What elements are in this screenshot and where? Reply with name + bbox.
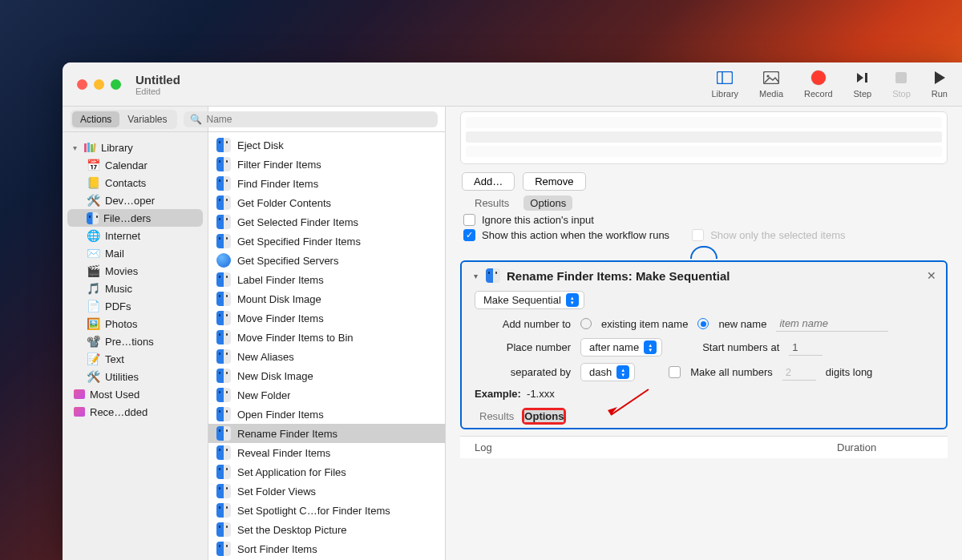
- automator-window: Untitled Edited Library Media Record: [63, 62, 962, 560]
- action-row[interactable]: Set Spotlight C…for Finder Items: [208, 501, 445, 520]
- start-numbers-input[interactable]: [789, 340, 823, 356]
- presentations-icon: 📽️: [87, 336, 100, 347]
- action-row[interactable]: New Disk Image: [208, 366, 445, 385]
- show-when-runs-label: Show this action when the workflow runs: [482, 229, 669, 241]
- action-row[interactable]: Get Specified Finder Items: [208, 232, 445, 251]
- action-row[interactable]: Get Specified Servers: [208, 251, 445, 270]
- action-label: Get Specified Finder Items: [237, 236, 361, 248]
- sidebar-item[interactable]: 📒Contacts: [63, 174, 208, 191]
- place-number-popup[interactable]: after name ▲▼: [580, 338, 662, 357]
- remove-button[interactable]: Remove: [523, 172, 585, 191]
- sidebar-item[interactable]: 🌐Internet: [63, 227, 208, 244]
- separator-popup[interactable]: dash ▲▼: [580, 363, 635, 381]
- existing-name-radio[interactable]: [580, 318, 592, 329]
- media-toolbar-button[interactable]: Media: [759, 70, 783, 99]
- action-row[interactable]: Sort Finder Items: [208, 539, 445, 558]
- action-row[interactable]: Open Finder Items: [208, 405, 445, 424]
- sidebar-item[interactable]: 🖼️Photos: [63, 315, 208, 332]
- options-highlight: Options: [522, 408, 566, 425]
- search-input[interactable]: [207, 114, 432, 125]
- sidebar-item[interactable]: 🛠️Dev…oper: [63, 191, 208, 209]
- item-name-input[interactable]: [776, 316, 888, 332]
- step-toolbar-label: Step: [854, 89, 872, 99]
- finder-icon: [216, 465, 231, 479]
- workflow-canvas: Add… Remove Results Options Ignore this …: [446, 107, 962, 560]
- sidebar-item[interactable]: 📝Text: [63, 350, 208, 368]
- finder-icon: [216, 215, 231, 229]
- example-row: Example: -1.xxx: [475, 388, 936, 400]
- tab-results[interactable]: Results: [468, 195, 515, 211]
- sidebar-item[interactable]: 📽️Pre…tions: [63, 332, 208, 350]
- sidebar-item[interactable]: 🎵Music: [63, 280, 208, 297]
- library-toolbar-button[interactable]: Library: [711, 70, 738, 99]
- library-root-label: Library: [101, 142, 133, 154]
- sidebar-item[interactable]: 📄PDFs: [63, 297, 208, 315]
- action-row[interactable]: Get Selected Finder Items: [208, 212, 445, 232]
- action-row[interactable]: Move Finder Items: [208, 308, 445, 328]
- sidebar-item-label: Internet: [105, 230, 140, 242]
- segment-variables[interactable]: Variables: [119, 111, 175, 127]
- text-icon: 📝: [87, 353, 100, 365]
- action-row[interactable]: Filter Finder Items: [208, 155, 445, 174]
- finder-icon: [216, 445, 231, 460]
- sidebar-item[interactable]: 🎬Movies: [63, 262, 208, 280]
- example-label: Example:: [475, 388, 521, 400]
- sidebar-item-label: Text: [105, 353, 124, 365]
- action-row[interactable]: Reveal Finder Items: [208, 443, 445, 462]
- action-row[interactable]: Eject Disk: [208, 135, 445, 155]
- record-toolbar-button[interactable]: Record: [804, 70, 832, 99]
- finder-icon: [216, 195, 231, 210]
- step-toolbar-button[interactable]: Step: [854, 70, 872, 99]
- action-row[interactable]: Label Finder Items: [208, 270, 445, 289]
- action-row[interactable]: Find Finder Items: [208, 174, 445, 193]
- library-root[interactable]: ▾ Library: [63, 139, 208, 156]
- ignore-input-checkbox[interactable]: [463, 214, 475, 226]
- sidebar-item-label: Dev…oper: [105, 195, 155, 207]
- smart-folder-most-used[interactable]: Most Used: [63, 385, 208, 403]
- action-label: Move Finder Items to Bin: [237, 332, 354, 344]
- finder-icon: [216, 349, 231, 364]
- sidebar-item-label: Most Used: [90, 389, 139, 401]
- close-icon[interactable]: ✕: [927, 269, 936, 282]
- segment-actions[interactable]: Actions: [72, 111, 119, 127]
- digits-input[interactable]: [782, 365, 816, 381]
- actions-variables-segment[interactable]: Actions Variables: [71, 110, 177, 129]
- tab-options[interactable]: Options: [524, 410, 564, 422]
- show-only-selected-checkbox[interactable]: [692, 229, 704, 241]
- svg-rect-6: [84, 143, 87, 152]
- action-row[interactable]: Set the Desktop Picture: [208, 520, 445, 539]
- add-button[interactable]: Add…: [462, 172, 515, 191]
- action-row[interactable]: Get Folder Contents: [208, 193, 445, 212]
- action-row[interactable]: New Folder: [208, 385, 445, 405]
- action-row[interactable]: Rename Finder Items: [208, 424, 445, 443]
- run-toolbar-button[interactable]: Run: [932, 70, 948, 99]
- action-row[interactable]: Mount Disk Image: [208, 289, 445, 308]
- chevron-down-icon[interactable]: ▾: [471, 272, 479, 280]
- sidebar-item[interactable]: 📅Calendar: [63, 156, 208, 174]
- zoom-window-button[interactable]: [111, 79, 121, 90]
- action-header: ▾ Rename Finder Items: Make Sequential ✕: [471, 268, 936, 283]
- new-name-radio[interactable]: [697, 318, 709, 329]
- library-toolbar-label: Library: [711, 89, 738, 99]
- action-row[interactable]: Set Application for Files: [208, 462, 445, 481]
- sidebar-item[interactable]: 🛠️Utilities: [63, 368, 208, 385]
- action-row[interactable]: Set Folder Views: [208, 481, 445, 501]
- sidebar-item[interactable]: ✉️Mail: [63, 244, 208, 262]
- show-when-runs-checkbox[interactable]: ✓: [463, 229, 475, 241]
- search-field[interactable]: 🔍: [184, 111, 439, 127]
- action-label: Set Folder Views: [237, 485, 316, 498]
- minimize-window-button[interactable]: [94, 79, 104, 90]
- action-row[interactable]: New Aliases: [208, 347, 445, 366]
- close-window-button[interactable]: [77, 79, 87, 90]
- stop-toolbar-button[interactable]: Stop: [892, 70, 911, 99]
- tab-options[interactable]: Options: [523, 195, 572, 211]
- action-connector: [454, 246, 954, 260]
- place-number-label: Place number: [483, 341, 571, 353]
- mode-popup[interactable]: Make Sequential ▲▼: [475, 291, 584, 309]
- tab-results[interactable]: Results: [479, 410, 514, 422]
- action-row[interactable]: Move Finder Items to Bin: [208, 328, 445, 347]
- smart-folder-recently-added[interactable]: Rece…dded: [63, 403, 208, 421]
- make-all-numbers-checkbox[interactable]: [669, 366, 681, 378]
- sidebar-item-selected[interactable]: File…ders: [67, 209, 203, 227]
- finder-icon: [486, 268, 500, 283]
